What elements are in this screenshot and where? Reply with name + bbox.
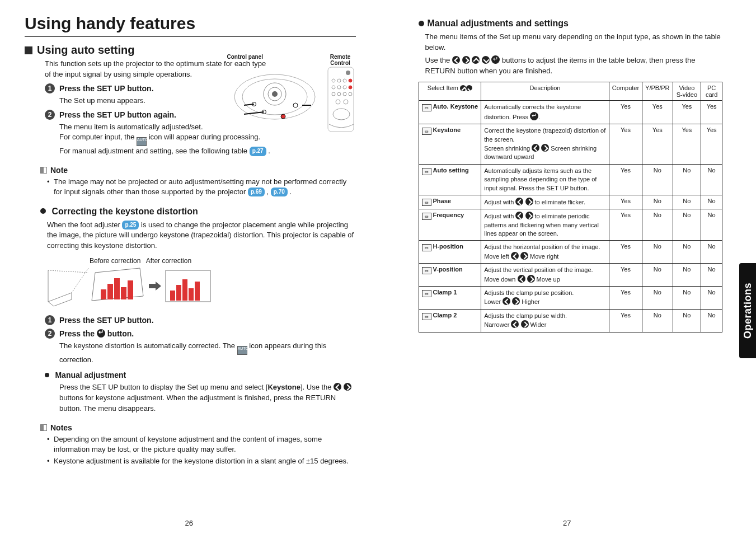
row-name: ▭Clamp 2 (419, 309, 481, 332)
th-description: Description (481, 82, 609, 101)
up-arrow-icon (472, 56, 480, 64)
svg-point-28 (333, 109, 350, 120)
svg-point-9 (293, 103, 298, 107)
row-ypbpr: No (642, 287, 673, 310)
row-video: No (673, 309, 701, 332)
row-description: Adjusts the clamp pulse position.Lower H… (481, 287, 609, 310)
setting-icon: ▭ (422, 128, 431, 135)
row-ypbpr: No (642, 309, 673, 332)
row-name: ▭Auto. Keystone (419, 101, 481, 124)
table-row: ▭Auto settingAutomatically adjusts items… (419, 164, 722, 195)
row-description: Adjust with to eliminate flicker. (481, 195, 609, 209)
row-pccard: No (701, 195, 722, 209)
setting-icon: ▭ (422, 290, 431, 297)
up-arrow-icon (460, 85, 466, 91)
svg-rect-12 (328, 67, 354, 132)
row-computer: Yes (609, 309, 642, 332)
right-arrow-icon (527, 275, 535, 283)
svg-rect-43 (182, 279, 187, 301)
subsection-heading: Correcting the keystone distortion (51, 207, 198, 216)
svg-point-15 (337, 79, 341, 82)
page-link[interactable]: p.25 (122, 221, 139, 230)
section-intro: The menu items of the Set up menu vary d… (425, 32, 723, 53)
table-row: ▭KeystoneCorrect the keystone (trapezoid… (419, 124, 722, 165)
left-arrow-icon (503, 297, 510, 305)
th-computer: Computer (609, 82, 642, 101)
page-number: 26 (185, 519, 193, 527)
setting-icon: ▭ (422, 313, 431, 320)
row-description: Automatically corrects the keystone dist… (481, 101, 609, 124)
svg-point-18 (332, 86, 335, 89)
step-number-icon: 2 (45, 110, 55, 120)
right-arrow-icon (462, 56, 470, 64)
setting-icon: ▭ (422, 168, 431, 175)
note-item: Depending on the amount of keystone adju… (47, 434, 356, 455)
right-arrow-icon (541, 144, 549, 152)
notes-heading: Notes (50, 423, 72, 432)
row-pccard: Yes (701, 101, 722, 124)
svg-point-21 (349, 86, 352, 89)
note-icon (40, 167, 47, 174)
left-arrow-icon (518, 275, 525, 283)
step-heading: Press the SET UP button. (59, 84, 154, 93)
table-row: ▭FrequencyAdjust with to eliminate perio… (419, 209, 722, 241)
row-name: ▭H-position (419, 241, 481, 264)
svg-marker-29 (48, 293, 72, 306)
enter-button-icon (97, 329, 105, 338)
row-ypbpr: No (642, 195, 673, 209)
row-pccard: No (701, 164, 722, 195)
step-number-icon: 2 (45, 329, 55, 339)
svg-point-27 (344, 100, 348, 104)
svg-rect-35 (107, 284, 113, 299)
row-pccard: No (701, 241, 722, 264)
page-link[interactable]: p.70 (271, 188, 288, 196)
row-description: Automatically adjusts items such as the … (481, 164, 609, 195)
note-list: The image may not be projected or auto a… (47, 177, 356, 197)
left-arrow-icon (334, 383, 341, 391)
svg-line-31 (48, 270, 88, 273)
step-number-icon: 1 (45, 315, 55, 325)
row-computer: Yes (609, 124, 642, 165)
svg-point-24 (343, 92, 346, 96)
processing-icon: AUTO (237, 346, 247, 355)
right-arrow-icon (521, 320, 529, 328)
svg-point-10 (281, 114, 285, 119)
table-row: ▭Auto. KeystoneAutomatically corrects th… (419, 101, 722, 124)
table-row: ▭Clamp 2Adjusts the clamp pulse width.Na… (419, 309, 722, 332)
row-description: Adjust with to eliminate periodic patter… (481, 209, 609, 241)
row-video: No (673, 195, 701, 209)
row-ypbpr: No (642, 209, 673, 241)
svg-rect-37 (121, 287, 126, 299)
row-description: Adjust the horizontal position of the im… (481, 241, 609, 264)
operations-tab[interactable]: Operations (739, 263, 756, 358)
row-video: No (673, 209, 701, 241)
right-arrow-icon (512, 297, 520, 305)
row-video: No (673, 287, 701, 310)
row-name: ▭Auto setting (419, 164, 481, 195)
th-select: Select Item (419, 82, 481, 101)
page-link[interactable]: p.69 (248, 188, 265, 196)
control-panel-figure: Control panel Remote Control (227, 54, 356, 133)
control-panel-label: Control panel (227, 54, 263, 66)
disc-bullet-icon (40, 208, 46, 214)
svg-rect-42 (176, 285, 181, 301)
row-ypbpr: Yes (642, 101, 673, 124)
setting-icon: ▭ (422, 267, 431, 274)
projector-panel-icon (227, 66, 356, 133)
page-link[interactable]: p.27 (250, 147, 266, 156)
row-computer: Yes (609, 164, 642, 195)
th-video: Video S-video (673, 82, 701, 101)
row-video: Yes (673, 124, 701, 165)
note-icon (40, 424, 47, 431)
setting-icon: ▭ (422, 213, 431, 220)
row-pccard: No (701, 287, 722, 310)
row-name: ▭V-position (419, 264, 481, 287)
row-description: Adjusts the clamp pulse width.Narrower W… (481, 309, 609, 332)
svg-point-26 (336, 100, 340, 104)
row-description: Adjust the vertical position of the imag… (481, 264, 609, 287)
row-name: ▭Phase (419, 195, 481, 209)
step-number-icon: 1 (45, 83, 55, 93)
left-arrow-icon (511, 320, 519, 328)
row-pccard: No (701, 264, 722, 287)
row-ypbpr: Yes (642, 124, 673, 165)
